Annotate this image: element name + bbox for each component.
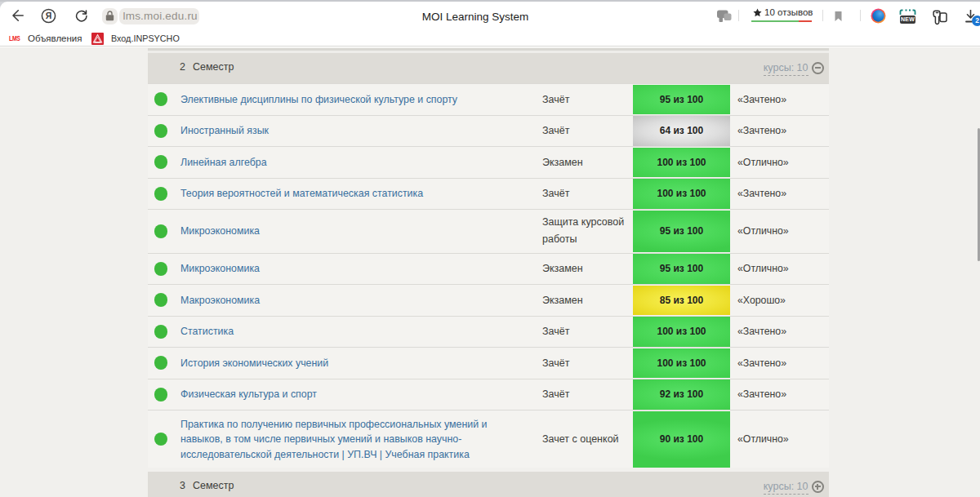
svg-text:Я: Я: [46, 11, 52, 20]
